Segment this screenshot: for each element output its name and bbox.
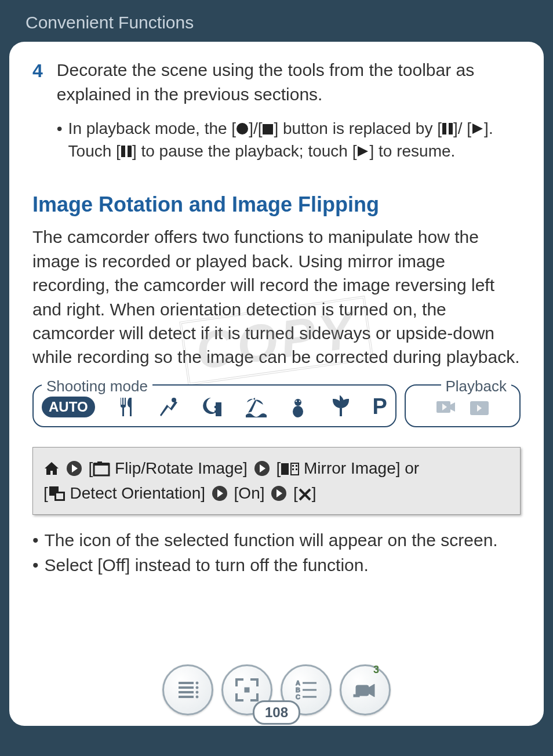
svg-rect-10 — [214, 406, 217, 408]
beach-mode-icon — [243, 395, 267, 419]
macro-mode-icon — [329, 395, 352, 419]
step-sub-bullet: • In playback mode, the []/[] button is … — [57, 117, 521, 162]
svg-text:A: A — [296, 679, 300, 686]
step-4: 4 Decorate the scene using the tools fro… — [32, 58, 521, 162]
arrow-icon — [212, 486, 227, 501]
food-mode-icon — [115, 395, 138, 419]
on-label: [On] — [230, 484, 269, 502]
index-icon: ABC — [292, 676, 320, 704]
bullet-dot: • — [57, 117, 63, 162]
svg-point-40 — [196, 691, 198, 693]
toc-icon — [174, 676, 202, 704]
night-mode-icon — [201, 395, 224, 419]
svg-point-38 — [196, 682, 198, 684]
home-icon — [43, 460, 60, 477]
svg-rect-6 — [128, 146, 132, 157]
auto-mode-icon: AUTO — [42, 397, 95, 417]
playback-mode-icons — [414, 390, 511, 420]
svg-rect-51 — [354, 695, 359, 697]
play-icon — [356, 145, 369, 158]
notes-list: •The icon of the selected function will … — [32, 528, 521, 578]
section-paragraph: The camcorder offers two functions to ma… — [32, 225, 521, 369]
playback-mode-box: Playback — [405, 384, 521, 427]
svg-rect-26 — [292, 465, 294, 467]
bullet-dot: • — [32, 553, 39, 578]
step-number: 4 — [32, 58, 43, 162]
step-text: Decorate the scene using the tools from … — [57, 58, 521, 107]
procedure-box: [ Flip/Rotate Image] [ Mirror Image] or … — [32, 447, 521, 515]
svg-rect-28 — [292, 468, 294, 470]
page-header: Convenient Functions — [0, 0, 553, 42]
badge-number: 3 — [373, 664, 379, 676]
svg-rect-5 — [121, 146, 125, 157]
svg-rect-25 — [291, 463, 299, 475]
svg-marker-7 — [358, 146, 368, 157]
arrow-icon — [271, 486, 286, 501]
note-1: •The icon of the selected function will … — [32, 528, 521, 553]
camcorder-icon — [351, 676, 379, 704]
camera-button[interactable]: 3 — [340, 664, 391, 715]
footer-nav: ABC 3 108 — [162, 664, 391, 721]
bracket-open: [ — [89, 459, 93, 477]
arrow-icon — [67, 461, 82, 476]
svg-rect-3 — [449, 123, 453, 135]
bracket-close: ] — [312, 484, 316, 502]
svg-point-14 — [296, 401, 297, 402]
svg-rect-27 — [296, 465, 297, 467]
svg-rect-23 — [97, 461, 102, 464]
section-heading: Image Rotation and Image Flipping — [32, 192, 521, 217]
svg-point-13 — [293, 406, 303, 417]
shooting-mode-label: Shooting mode — [42, 377, 152, 395]
bullet-dot: • — [32, 528, 39, 553]
svg-marker-4 — [472, 123, 483, 134]
sports-mode-icon — [158, 395, 181, 419]
detect-orientation-icon — [48, 485, 66, 501]
mirror-image-label: Mirror Image] or — [299, 459, 419, 477]
svg-rect-42 — [245, 688, 249, 692]
bracket-open: [ — [276, 459, 281, 477]
svg-point-0 — [237, 123, 248, 135]
svg-point-39 — [196, 686, 198, 689]
detect-orientation-label: Detect Orientation] — [66, 484, 210, 502]
pause-icon — [442, 122, 453, 135]
svg-rect-2 — [442, 123, 446, 135]
svg-marker-50 — [369, 684, 374, 697]
page-number: 108 — [253, 700, 300, 725]
mode-row: Shooting mode AUTO P Playback — [32, 384, 521, 427]
bracket-open: [ — [293, 484, 298, 502]
expand-icon — [233, 676, 261, 704]
program-mode-icon: P — [373, 394, 387, 419]
bullet-text: In playback mode, the []/[] button is re… — [68, 117, 521, 162]
video-playback-icon — [434, 395, 457, 419]
mirror-image-icon — [281, 461, 299, 477]
page-body: COPY 4 Decorate the scene using the tool… — [9, 42, 544, 726]
flip-rotate-icon — [93, 461, 110, 477]
play-icon — [471, 122, 484, 135]
svg-rect-11 — [214, 410, 217, 413]
svg-point-12 — [294, 399, 301, 406]
header-title: Convenient Functions — [26, 13, 194, 32]
svg-rect-49 — [356, 685, 369, 696]
svg-point-15 — [299, 401, 300, 402]
shooting-mode-box: Shooting mode AUTO P — [32, 384, 396, 427]
svg-rect-1 — [263, 124, 273, 135]
toc-button[interactable] — [162, 664, 213, 715]
svg-rect-33 — [56, 493, 63, 499]
note-2: •Select [Off] instead to turn off the fu… — [32, 553, 521, 578]
svg-rect-29 — [296, 468, 297, 470]
svg-rect-24 — [281, 463, 289, 475]
svg-text:C: C — [296, 693, 300, 700]
step-body: Decorate the scene using the tools from … — [57, 58, 521, 162]
flip-rotate-label: Flip/Rotate Image] — [110, 459, 252, 477]
arrow-icon — [254, 461, 270, 476]
svg-marker-17 — [450, 402, 455, 412]
record-circle-icon — [236, 122, 249, 135]
photo-playback-icon — [468, 395, 491, 419]
svg-text:B: B — [296, 686, 300, 693]
close-x-icon — [298, 488, 312, 501]
snow-mode-icon — [286, 395, 310, 419]
pause-icon — [121, 145, 132, 158]
svg-rect-9 — [216, 402, 221, 416]
stop-square-icon — [262, 123, 274, 135]
svg-point-41 — [196, 696, 198, 698]
